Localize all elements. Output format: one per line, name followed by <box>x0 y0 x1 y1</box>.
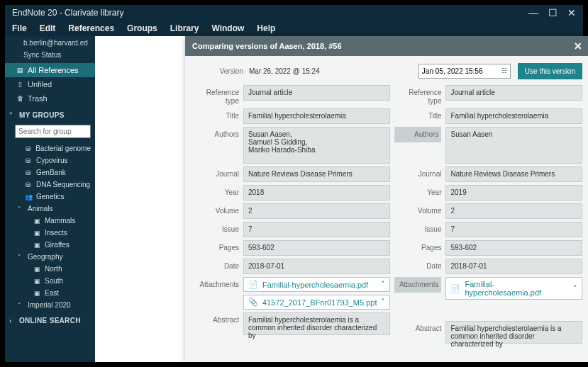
sidebar: b.berlin@harvard.ed Sync Status ▤ All Re… <box>5 36 95 362</box>
menu-references[interactable]: References <box>68 23 114 33</box>
sub-north[interactable]: ▣North <box>5 263 95 275</box>
nav-all-references[interactable]: ▤ All References <box>5 63 95 77</box>
folder-icon: ▣ <box>33 218 40 225</box>
val-reference-type: Journal article <box>445 85 582 101</box>
group-label: DNA Sequencing <box>36 181 90 188</box>
label-blank <box>192 295 239 298</box>
val-pages: 593-602 <box>243 240 390 256</box>
version-label: Version <box>192 67 243 75</box>
dialog-header: Comparing versions of Aasen, 2018, #56 ✕ <box>185 36 588 56</box>
sub-east[interactable]: ▣East <box>5 287 95 299</box>
menu-edit[interactable]: Edit <box>40 23 56 33</box>
nav-label: Trash <box>28 94 48 103</box>
label-issue: Issue <box>192 222 239 234</box>
group-label: East <box>45 289 59 297</box>
section-label: ONLINE SEARCH <box>19 317 81 324</box>
dialog-top-row: Version Mar 26, 2022 @ 15:24 Jan 05, 202… <box>185 56 588 85</box>
label-reference-type: Reference type <box>192 85 239 106</box>
folder-icon: ▣ <box>33 278 40 285</box>
val-title: Familial hypercholesterolaemia <box>243 108 390 124</box>
nav-label: Unfiled <box>28 80 52 89</box>
group-label: North <box>45 265 62 273</box>
label-year: Year <box>192 185 239 197</box>
group-dna[interactable]: ⛁DNA Sequencing <box>5 179 95 191</box>
sub-south[interactable]: ▣South <box>5 275 95 287</box>
doc-icon: ▯ <box>16 81 23 88</box>
group-genbank[interactable]: ⛁GenBank <box>5 166 95 179</box>
group-geography[interactable]: ˅Geography <box>5 251 95 263</box>
search-group-wrap <box>15 125 91 138</box>
val-issue: 7 <box>445 222 582 237</box>
menu-window[interactable]: Window <box>211 23 244 33</box>
attach-ppt-left[interactable]: 📎41572_2017_BFnr01793_M5.ppt˅ <box>243 295 390 310</box>
titlebar: EndNote 20 - Clarivate library — ☐ ✕ <box>5 5 583 21</box>
nav-trash[interactable]: 🗑 Trash <box>5 91 95 106</box>
section-online-search[interactable]: › ONLINE SEARCH <box>5 311 95 329</box>
attach-label: 41572_2017_BFnr01793_M5.ppt <box>262 298 377 307</box>
menu-help[interactable]: Help <box>257 23 275 33</box>
search-group-input[interactable] <box>15 125 91 138</box>
label-reference-type: Reference type <box>394 85 441 106</box>
group-label: Bacterial genome <box>35 145 91 152</box>
folder-icon: ▤ <box>16 67 23 74</box>
menu-file[interactable]: File <box>12 23 27 33</box>
version-left-text: Mar 26, 2022 @ 15:24 <box>249 67 320 75</box>
section-my-groups[interactable]: ˅ MY GROUPS <box>5 106 95 123</box>
db-icon: ⛁ <box>25 181 32 188</box>
folder-icon: ▣ <box>33 266 40 273</box>
attach-pdf-left[interactable]: 📄Familial-hypercholesaemia.pdf˅ <box>243 277 390 292</box>
label-year: Year <box>394 185 441 197</box>
user-email: b.berlin@harvard.ed <box>5 36 95 48</box>
attach-pdf-right[interactable]: 📄Familial-hypercholesaemia.pdf˅ <box>445 277 582 300</box>
val-abstract: Familial hypercholesterolaemia is a comm… <box>243 312 390 335</box>
sub-mammals[interactable]: ▣Mammals <box>5 215 95 227</box>
dialog-close-icon[interactable]: ✕ <box>574 40 582 52</box>
maximize-icon[interactable]: ☐ <box>548 7 558 18</box>
version-left-col: Version Mar 26, 2022 @ 15:24 <box>192 67 387 75</box>
group-animals[interactable]: ˅Animals <box>5 203 95 215</box>
minimize-icon[interactable]: — <box>528 7 538 18</box>
attach-label: Familial-hypercholesaemia.pdf <box>465 280 569 297</box>
compare-dialog: Comparing versions of Aasen, 2018, #56 ✕… <box>185 36 588 362</box>
label-title: Title <box>192 108 239 120</box>
label-pages: Pages <box>394 240 441 252</box>
chevron-down-icon: ˅ <box>573 284 577 293</box>
val-issue: 7 <box>243 222 390 237</box>
group-cypovirus[interactable]: ⛁Cypovirus <box>5 154 95 166</box>
label-volume: Volume <box>394 203 441 215</box>
val-volume: 2 <box>243 203 390 219</box>
label-attachments: Attachments <box>394 277 441 293</box>
trash-icon: 🗑 <box>16 95 23 102</box>
use-version-button[interactable]: Use this version <box>518 63 582 79</box>
val-abstract: Familial hypercholesterolaemia is a comm… <box>445 321 582 344</box>
sync-status[interactable]: Sync Status <box>5 48 95 63</box>
val-reference-type: Journal article <box>243 85 390 101</box>
section-label: MY GROUPS <box>19 111 65 119</box>
version-right-col: Jan 05, 2022 15:56 ☷ Use this version <box>387 63 582 79</box>
group-genetics[interactable]: 👥Genetics <box>5 191 95 203</box>
val-authors: Susan Aasen <box>445 127 582 164</box>
menu-groups[interactable]: Groups <box>127 23 157 33</box>
label-authors: Authors <box>394 127 441 142</box>
group-imperial[interactable]: ˅Imperial 2020 <box>5 299 95 311</box>
people-icon: 👥 <box>25 193 32 201</box>
group-label: Giraffes <box>45 241 70 249</box>
label-date: Date <box>192 259 239 271</box>
folder-icon: ▣ <box>33 290 40 297</box>
nav-unfiled[interactable]: ▯ Unfiled <box>5 77 95 91</box>
val-journal: Nature Reviews Disease Primers <box>445 166 582 182</box>
group-bacterial[interactable]: ⛁Bacterial genome <box>5 142 95 154</box>
folder-icon: ▣ <box>33 242 40 249</box>
val-year: 2019 <box>445 185 582 201</box>
group-label: Mammals <box>45 217 75 225</box>
val-volume: 2 <box>445 203 582 219</box>
sub-insects[interactable]: ▣Insects <box>5 227 95 239</box>
label-issue: Issue <box>394 222 441 234</box>
version-date-picker[interactable]: Jan 05, 2022 15:56 ☷ <box>418 64 511 79</box>
close-icon[interactable]: ✕ <box>567 7 576 18</box>
sub-giraffes[interactable]: ▣Giraffes <box>5 239 95 251</box>
chevron-down-icon: ˅ <box>18 205 23 213</box>
db-icon: ⛁ <box>25 169 32 176</box>
window-controls: — ☐ ✕ <box>528 7 576 18</box>
menu-library[interactable]: Library <box>170 23 199 33</box>
